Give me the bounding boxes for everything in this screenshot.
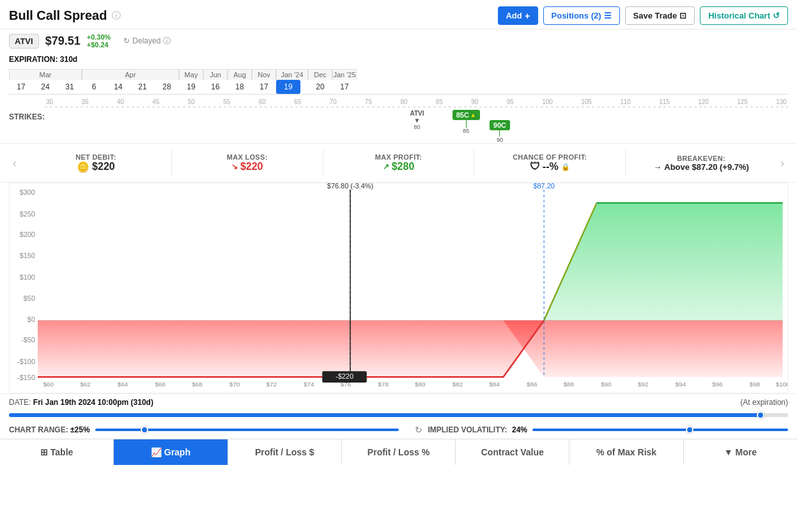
svg-text:$72: $72 <box>266 381 277 388</box>
range-thumb[interactable] <box>141 426 148 434</box>
chip-85c-wrapper[interactable]: 85C ▲ 85 <box>453 110 480 134</box>
tab-profit-loss-pct[interactable]: Profit / Loss % <box>342 439 456 465</box>
tab-profit-loss[interactable]: Profit / Loss $ <box>228 439 342 465</box>
max-profit-amount: $280 <box>392 161 415 172</box>
y-label-200: $200 <box>20 231 35 238</box>
date-mar-17[interactable]: 17 <box>9 80 33 94</box>
month-dates-nov: 17 <box>252 80 276 94</box>
iv-slider[interactable] <box>532 423 788 436</box>
date-apr-21[interactable]: 21 <box>130 80 155 94</box>
tab-table[interactable]: ⊞ Table <box>0 439 114 465</box>
iv-section: ↻ IMPLIED VOLATILITY: 24% <box>399 423 789 436</box>
chip-90c-wrapper[interactable]: 90C 90 <box>490 120 510 142</box>
month-jun: Jun 16 <box>203 69 228 94</box>
date-mar-24[interactable]: 24 <box>33 80 58 94</box>
delayed-info-icon[interactable]: ⓘ <box>163 36 171 47</box>
month-jan24: Jan '24 19 <box>276 69 308 94</box>
progress-thumb[interactable] <box>757 411 764 419</box>
date-nov-17[interactable]: 17 <box>252 80 276 94</box>
month-label-jan25: Jan '25 <box>332 69 357 80</box>
next-arrow[interactable]: › <box>777 156 788 170</box>
svg-text:$92: $92 <box>638 381 649 388</box>
date-aug-18[interactable]: 18 <box>228 80 252 94</box>
save-trade-button[interactable]: Save Trade ⊡ <box>625 6 695 25</box>
chart-range-slider[interactable] <box>95 423 399 436</box>
month-dates-dec: 20 <box>308 80 332 94</box>
date-apr-28[interactable]: 28 <box>155 80 179 94</box>
date-jun-16[interactable]: 16 <box>203 80 228 94</box>
month-apr: Apr 6 14 21 28 <box>82 69 179 94</box>
strike-30: 30 <box>46 98 53 105</box>
month-dates-jun: 16 <box>203 80 228 94</box>
date-apr-6[interactable]: 6 <box>82 80 106 94</box>
strike-110: 110 <box>620 98 631 105</box>
svg-text:$66: $66 <box>155 381 166 388</box>
month-label-aug: Aug <box>228 69 252 80</box>
iv-refresh-icon[interactable]: ↻ <box>415 425 422 435</box>
y-label-100: $100 <box>20 273 35 281</box>
chip-85c-line <box>466 120 467 128</box>
add-button[interactable]: Add + <box>498 6 538 25</box>
chip-90c[interactable]: 90C <box>490 120 510 130</box>
arrow-right-icon: → <box>653 162 662 172</box>
date-jan24-19[interactable]: 19 <box>276 80 300 94</box>
month-label-may: May <box>179 69 203 80</box>
svg-text:$80: $80 <box>415 381 426 388</box>
lock-icon: 🔒 <box>561 163 570 171</box>
date-months: Mar 17 24 31 Apr 6 14 21 28 May 19 <box>9 69 788 95</box>
tab-more[interactable]: ▼ More <box>684 439 797 465</box>
progress-bar[interactable] <box>9 413 788 417</box>
breakeven-price-label: $87.20 <box>533 183 554 190</box>
strike-40: 40 <box>117 98 124 105</box>
max-loss-label: MAX LOSS: <box>227 153 268 161</box>
chance-amount: --% <box>543 161 559 172</box>
header: Bull Call Spread ⓘ Add + Positions (2) ☰… <box>0 0 797 29</box>
tab-profit-loss-label: Profit / Loss $ <box>255 447 314 457</box>
table-icon: ⊞ <box>40 447 50 457</box>
date-label: DATE: <box>9 398 31 407</box>
month-dates-apr: 6 14 21 28 <box>82 80 179 94</box>
strike-35: 35 <box>81 98 88 105</box>
strike-60: 60 <box>259 98 266 105</box>
info-icon[interactable]: ⓘ <box>112 10 121 22</box>
date-jan25-17[interactable]: 17 <box>332 80 357 94</box>
crosshair-price-label: $76.80 (-3.4%) <box>327 183 373 190</box>
iv-label-text: IMPLIED VOLATILITY: <box>428 425 507 434</box>
month-jan25: Jan '25 17 <box>332 69 357 94</box>
date-info-right: (At expiration) <box>740 398 788 407</box>
date-dec-20[interactable]: 20 <box>308 80 332 94</box>
iv-thumb[interactable] <box>686 426 693 434</box>
prev-arrow[interactable]: ‹ <box>9 156 20 170</box>
down-arrow-icon: ↘ <box>231 162 238 171</box>
date-mar-31[interactable]: 31 <box>58 80 82 94</box>
positions-button[interactable]: Positions (2) ☰ <box>543 6 620 25</box>
strike-130: 130 <box>776 98 787 105</box>
historical-chart-button[interactable]: Historical Chart ↺ <box>700 6 788 25</box>
strike-80: 80 <box>400 98 407 105</box>
add-label: Add <box>506 11 522 20</box>
strike-105: 105 <box>581 98 592 105</box>
tab-graph[interactable]: 📈 Graph <box>114 439 228 465</box>
atvi-price-marker: 80 <box>414 124 421 130</box>
y-label-n100: -$100 <box>17 358 35 365</box>
svg-text:$90: $90 <box>601 381 612 388</box>
ticker-symbol[interactable]: ATVI <box>9 34 39 49</box>
strike-95: 95 <box>507 98 514 105</box>
strike-90: 90 <box>471 98 478 105</box>
range-iv-row: CHART RANGE: ±25% ↻ IMPLIED VOLATILITY: … <box>0 420 797 439</box>
date-apr-14[interactable]: 14 <box>106 80 130 94</box>
month-label-jan24: Jan '24 <box>276 69 308 80</box>
chance-label: CHANCE OF PROFIT: <box>513 153 587 161</box>
tab-contract-value[interactable]: Contract Value <box>456 439 569 465</box>
chip-85c-num: 85 <box>463 128 469 134</box>
atvi-label: ATVI <box>410 110 424 117</box>
strike-75: 75 <box>365 98 372 105</box>
profit-area-fill <box>544 203 783 321</box>
strike-115: 115 <box>659 98 670 105</box>
date-may-19[interactable]: 19 <box>179 80 203 94</box>
tab-max-risk[interactable]: % of Max Risk <box>569 439 683 465</box>
net-debit-value: 🪙 $220 <box>77 161 115 173</box>
positions-label: Positions (2) <box>552 11 601 20</box>
chip-85c[interactable]: 85C ▲ <box>453 110 480 120</box>
header-left: Bull Call Spread ⓘ <box>9 8 121 23</box>
